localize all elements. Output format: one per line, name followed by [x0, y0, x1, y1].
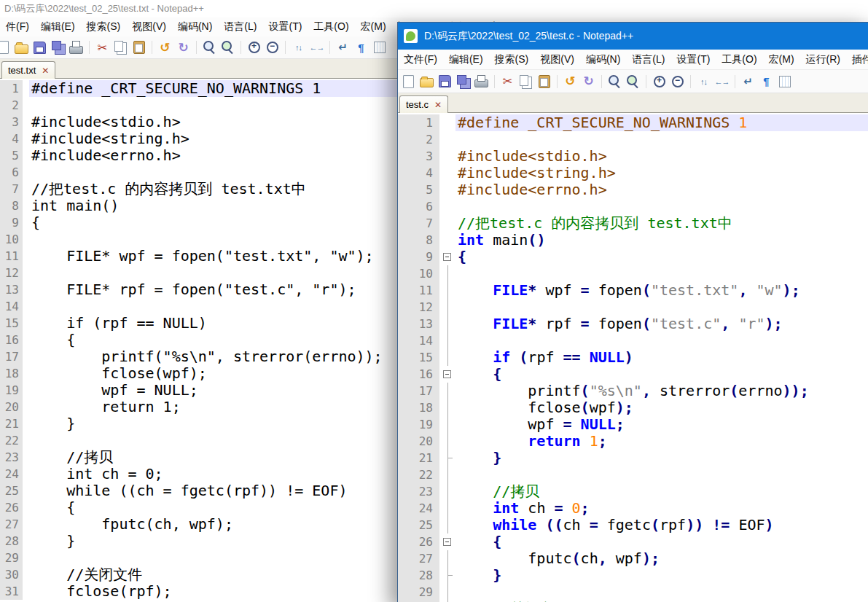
fg-menu-item-11[interactable]: 插件(P) [846, 51, 868, 69]
fold-toggle-icon[interactable] [439, 533, 455, 550]
save-icon[interactable] [436, 73, 454, 90]
bg-tab-test-txt[interactable]: test.txt ✕ [1, 61, 55, 79]
fg-toolbar [398, 70, 868, 93]
redo-icon[interactable] [174, 39, 192, 56]
fg-menu-item-3[interactable]: 搜索(S) [489, 51, 535, 69]
indent-guide-icon[interactable] [775, 73, 794, 90]
copy-icon[interactable] [517, 73, 535, 90]
line-number: 9 [398, 249, 439, 265]
fg-menu-item-10[interactable]: 运行(R) [800, 51, 846, 69]
sync-v-icon[interactable] [289, 39, 308, 56]
line-number: 15 [398, 349, 439, 366]
fg-menu-item-4[interactable]: 视图(V) [534, 51, 580, 69]
replace-icon[interactable] [624, 73, 642, 90]
line-number: 7 [398, 215, 439, 232]
zoom-in-icon[interactable] [650, 73, 668, 90]
find-icon[interactable] [606, 73, 624, 90]
fold-margin [23, 265, 29, 281]
bg-menu-item-4[interactable]: 视图(V) [126, 18, 172, 36]
fg-title-text: D:\码云库\2022\test_02_25\test.c - Notepad+… [424, 30, 633, 43]
fg-menu-item-7[interactable]: 设置(T) [670, 51, 716, 69]
cut-icon[interactable] [498, 73, 517, 90]
line-number: 11 [398, 282, 439, 299]
fold-margin [439, 383, 455, 399]
save-icon[interactable] [31, 39, 49, 56]
code-text: FILE* wpf = fopen("test.txt", "w"); [455, 282, 868, 299]
fg-line-15: 15 if (rpf == NULL) [398, 349, 868, 366]
fold-margin [23, 332, 29, 348]
bg-menu-item-3[interactable]: 搜索(S) [81, 18, 127, 36]
fg-menu-item-8[interactable]: 工具(O) [716, 51, 762, 69]
bg-tab-close-icon[interactable]: ✕ [42, 66, 49, 75]
bg-menu-item-6[interactable]: 语言(L) [218, 18, 262, 36]
fg-menu-item-6[interactable]: 语言(L) [626, 51, 670, 69]
fg-menu-item-2[interactable]: 编辑(E) [443, 51, 489, 69]
fg-menu-item-1[interactable]: 文件(F) [398, 51, 443, 69]
new-icon[interactable] [0, 39, 12, 56]
fg-tab-test-c[interactable]: test.c ✕ [399, 95, 448, 113]
line-number: 15 [0, 315, 23, 332]
save-all-icon[interactable] [49, 39, 67, 56]
fg-tab-close-icon[interactable]: ✕ [434, 101, 442, 109]
fold-margin [23, 164, 29, 181]
redo-icon[interactable] [579, 73, 598, 90]
print-icon[interactable] [472, 73, 490, 90]
zoom-out-icon[interactable] [263, 39, 281, 56]
new-icon[interactable] [399, 73, 418, 90]
fold-margin [23, 181, 29, 198]
bg-menu-item-9[interactable]: 宏(M) [355, 18, 392, 36]
fg-titlebar: D:\码云库\2022\test_02_25\test.c - Notepad+… [398, 23, 868, 50]
fold-margin [439, 232, 455, 249]
show-all-chars-icon[interactable] [352, 39, 370, 56]
print-icon[interactable] [67, 39, 85, 56]
cut-icon[interactable] [93, 39, 112, 56]
fold-toggle-icon[interactable] [439, 249, 455, 265]
find-icon[interactable] [200, 39, 219, 56]
paste-icon[interactable] [130, 39, 148, 56]
fold-margin [439, 567, 455, 584]
sync-v-icon[interactable] [695, 73, 713, 90]
sync-h-icon[interactable] [713, 73, 731, 90]
line-number: 22 [398, 466, 439, 483]
fg-menu-item-5[interactable]: 编码(N) [580, 51, 626, 69]
fg-menu-item-9[interactable]: 宏(M) [763, 51, 800, 69]
bg-title-text: D:\码云库\2022\test_02_25\test.txt - Notepa… [4, 2, 204, 15]
code-text [455, 466, 868, 483]
code-text: { [455, 533, 868, 550]
code-text [455, 265, 868, 282]
copy-icon[interactable] [112, 39, 130, 56]
bg-menu-item-1[interactable]: 件(F) [0, 18, 35, 36]
code-text: } [455, 567, 868, 584]
word-wrap-icon[interactable] [334, 39, 352, 56]
open-icon[interactable] [12, 39, 31, 56]
fold-margin [439, 517, 455, 533]
save-all-icon[interactable] [454, 73, 472, 90]
zoom-out-icon[interactable] [668, 73, 687, 90]
sync-h-icon[interactable] [308, 39, 326, 56]
line-number: 17 [0, 348, 23, 365]
bg-menu-item-7[interactable]: 设置(T) [262, 18, 308, 36]
zoom-in-icon[interactable] [245, 39, 263, 56]
bg-menu-item-5[interactable]: 编码(N) [172, 18, 218, 36]
code-text: #include<string.h> [455, 165, 868, 181]
line-number: 29 [398, 584, 439, 601]
word-wrap-icon[interactable] [739, 73, 757, 90]
paste-icon[interactable] [535, 73, 553, 90]
code-text [455, 332, 868, 349]
bg-menu-item-8[interactable]: 工具(O) [308, 18, 354, 36]
show-all-chars-icon[interactable] [757, 73, 775, 90]
open-icon[interactable] [418, 73, 436, 90]
fg-editor[interactable]: 1#define _CRT_SECURE_NO_WARNINGS 123#inc… [398, 113, 868, 602]
line-number: 27 [0, 516, 23, 533]
undo-icon[interactable] [156, 39, 174, 56]
line-number: 18 [398, 399, 439, 416]
fold-toggle-icon[interactable] [439, 366, 455, 383]
fg-tab-label: test.c [406, 99, 429, 110]
code-text: FILE* rpf = fopen("test.c", "r"); [455, 316, 868, 332]
line-number: 10 [0, 231, 23, 248]
indent-guide-icon[interactable] [370, 39, 388, 56]
bg-menu-item-2[interactable]: 编辑(E) [35, 18, 81, 36]
line-number: 2 [0, 97, 23, 114]
undo-icon[interactable] [561, 73, 579, 90]
replace-icon[interactable] [219, 39, 237, 56]
